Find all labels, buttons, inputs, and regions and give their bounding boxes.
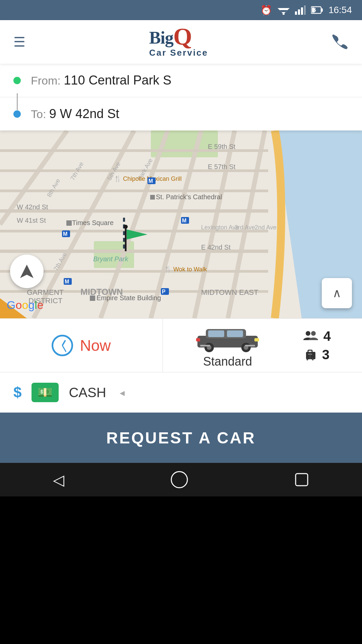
logo-car-service-text: Car Service [149, 48, 208, 58]
car-image [194, 322, 261, 353]
payment-method-label: CASH [69, 385, 106, 400]
recents-button[interactable] [294, 472, 309, 487]
svg-text:Lexington Ave: Lexington Ave [201, 224, 239, 231]
svg-point-92 [312, 359, 313, 361]
battery-icon [311, 5, 323, 15]
logo-big-text: Big [149, 28, 173, 48]
svg-rect-10 [312, 8, 314, 13]
clock-hand-hour [62, 340, 66, 346]
svg-text:Bryant Park: Bryant Park [93, 255, 128, 263]
payment-row[interactable]: $ 💵 CASH ◂ [0, 372, 362, 413]
app-logo: Big Q Car Service [149, 26, 208, 58]
svg-text:W 42nd St: W 42nd St [17, 203, 48, 211]
svg-text:M: M [65, 279, 69, 284]
back-button[interactable]: ◁ [53, 471, 64, 488]
from-dot [13, 77, 21, 84]
logo-q-text: Q [173, 26, 192, 48]
svg-text:P: P [162, 289, 166, 294]
svg-point-68 [124, 225, 128, 229]
phone-icon [332, 33, 349, 50]
wifi-icon [278, 5, 290, 15]
svg-rect-83 [200, 345, 210, 346]
luggage-count: 3 [322, 347, 329, 362]
home-button[interactable] [171, 471, 188, 488]
dollar-icon: $ [13, 384, 21, 401]
clock-icon [52, 335, 73, 356]
location-panel: From: 110 Central Park S To: 9 W 42nd St [0, 64, 362, 130]
svg-rect-7 [304, 5, 306, 15]
car-type-label: Standard [203, 355, 252, 369]
passenger-stat: 4 [303, 329, 331, 344]
app-header: ☰ Big Q Car Service [0, 20, 362, 64]
svg-rect-53 [90, 296, 95, 301]
from-location-row[interactable]: From: 110 Central Park S [0, 64, 362, 97]
status-bar: ⏰ 16:54 [0, 0, 362, 20]
svg-text:E 59th St: E 59th St [208, 143, 236, 150]
svg-text:W 41st St: W 41st St [17, 217, 46, 224]
svg-text:St. Patrick's Cathedral: St. Patrick's Cathedral [156, 193, 222, 201]
svg-text:M: M [63, 231, 67, 237]
collapse-button[interactable]: ∧ [322, 278, 352, 308]
svg-text:GARMENT: GARMENT [27, 288, 64, 297]
request-car-button[interactable]: REQUEST A CAR [0, 413, 362, 463]
navigate-icon [18, 263, 35, 280]
request-car-label: REQUEST A CAR [106, 429, 256, 447]
svg-point-91 [306, 359, 308, 361]
status-icons: ⏰ 16:54 [260, 5, 352, 16]
svg-text:2nd Ave: 2nd Ave [255, 224, 277, 231]
svg-rect-82 [196, 338, 200, 341]
alarm-icon: ⏰ [260, 5, 272, 16]
now-label: Now [80, 336, 111, 355]
time-section[interactable]: Now [0, 319, 163, 372]
chevron-up-icon: ∧ [333, 286, 341, 300]
svg-text:MIDTOWN EAST: MIDTOWN EAST [201, 288, 258, 297]
cash-icon: 💵 [38, 385, 53, 399]
to-dot [13, 110, 21, 118]
svg-text:Empire State Building: Empire State Building [97, 294, 161, 302]
svg-text:Times Square: Times Square [72, 219, 114, 226]
svg-text:E 57th St: E 57th St [208, 163, 236, 170]
svg-rect-5 [298, 9, 300, 15]
status-time: 16:54 [328, 5, 352, 15]
svg-rect-84 [245, 345, 255, 346]
from-text: From: 110 Central Park S [31, 73, 171, 88]
svg-text:E 42nd St: E 42nd St [201, 244, 231, 251]
to-location-row[interactable]: To: 9 W 42nd St [0, 97, 362, 130]
svg-text:M: M [148, 178, 153, 184]
svg-point-93 [171, 472, 187, 488]
svg-point-86 [311, 331, 316, 336]
svg-rect-51 [66, 220, 72, 226]
svg-rect-4 [295, 11, 297, 15]
menu-button[interactable]: ☰ [13, 34, 25, 50]
svg-rect-55 [150, 195, 155, 200]
car-info: 4 3 [303, 329, 331, 362]
svg-text:3rd Ave: 3rd Ave [235, 224, 255, 231]
svg-point-85 [306, 331, 310, 336]
chevron-right-icon: ◂ [120, 387, 125, 398]
svg-rect-94 [296, 474, 308, 486]
bottom-panel: Now [0, 318, 362, 413]
bottom-nav-bar: ◁ [0, 463, 362, 496]
location-button[interactable] [10, 255, 44, 288]
recents-icon [294, 472, 309, 487]
svg-rect-9 [321, 8, 323, 12]
svg-text:🍴 Wok to Walk: 🍴 Wok to Walk [164, 266, 207, 273]
passengers-icon [303, 330, 318, 342]
phone-button[interactable] [332, 33, 349, 51]
map-view[interactable]: E 59th St E 57th St W 42nd St W 41st St … [0, 130, 362, 318]
svg-marker-72 [20, 265, 34, 278]
clock-hand-minute [62, 345, 67, 352]
svg-rect-6 [301, 7, 303, 15]
back-icon: ◁ [53, 471, 64, 488]
luggage-icon [303, 348, 317, 361]
car-section[interactable]: Standard 4 [163, 319, 362, 372]
luggage-stat: 3 [303, 347, 331, 362]
svg-rect-75 [208, 330, 224, 337]
signal-icon [295, 5, 306, 15]
svg-rect-76 [227, 330, 243, 337]
svg-text:M: M [182, 218, 186, 223]
svg-rect-81 [254, 338, 259, 341]
car-image-column: Standard [194, 322, 261, 369]
location-connector-line [17, 93, 18, 110]
ride-options-row: Now [0, 319, 362, 372]
